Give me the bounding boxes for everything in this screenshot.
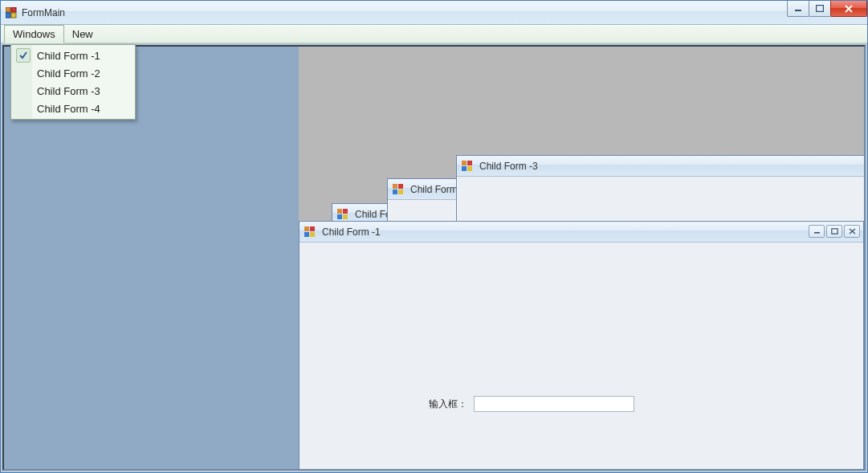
menu-new[interactable]: New xyxy=(64,25,101,43)
app-icon xyxy=(304,226,316,238)
dropdown-item-label: Child Form -1 xyxy=(37,50,100,62)
child-form-1-titlebar[interactable]: Child Form -1 xyxy=(300,222,863,243)
menu-windows-label: Windows xyxy=(13,28,55,40)
svg-rect-5 xyxy=(817,6,824,12)
window-title: FormMain xyxy=(22,7,65,18)
svg-rect-18 xyxy=(304,226,309,231)
svg-rect-17 xyxy=(467,166,472,171)
minimize-icon xyxy=(813,228,821,234)
svg-rect-4 xyxy=(795,10,801,11)
app-icon xyxy=(6,7,17,18)
menu-windows[interactable]: Windows xyxy=(4,25,64,43)
svg-rect-14 xyxy=(462,161,467,165)
svg-rect-10 xyxy=(393,184,397,189)
text-input[interactable] xyxy=(474,396,634,412)
svg-rect-20 xyxy=(304,232,309,237)
child-form-1-body: 输入框： xyxy=(300,243,862,469)
dropdown-item-label: Child Form -4 xyxy=(37,103,100,115)
svg-rect-11 xyxy=(398,184,403,189)
menubar: Windows New xyxy=(1,25,867,43)
close-button[interactable] xyxy=(830,1,867,17)
check-icon xyxy=(16,48,31,63)
check-icon xyxy=(16,84,31,98)
check-icon xyxy=(16,101,31,116)
child-form-2-title: Child Form xyxy=(410,184,458,195)
dropdown-item-childform1[interactable]: Child Form -1 xyxy=(13,47,133,64)
maximize-icon xyxy=(831,228,838,234)
svg-rect-12 xyxy=(393,190,397,194)
minimize-button[interactable] xyxy=(787,1,809,17)
app-icon xyxy=(462,161,473,172)
dropdown-item-label: Child Form -2 xyxy=(37,67,100,80)
window-controls xyxy=(788,1,867,17)
child-form-1-title: Child Form -1 xyxy=(322,226,381,238)
svg-rect-19 xyxy=(310,226,315,231)
dropdown-item-childform4[interactable]: Child Form -4 xyxy=(13,100,133,117)
svg-rect-8 xyxy=(337,214,342,219)
maximize-icon xyxy=(816,5,824,12)
svg-rect-23 xyxy=(831,229,837,234)
dropdown-item-childform2[interactable]: Child Form -2 xyxy=(13,64,133,82)
child-minimize-button[interactable] xyxy=(809,225,825,238)
child-form-1-controls xyxy=(809,225,860,238)
child-form-1[interactable]: Child Form -1 输入框： xyxy=(299,221,864,471)
menu-new-label: New xyxy=(72,28,93,40)
app-icon xyxy=(337,209,348,220)
minimize-icon xyxy=(794,6,802,12)
svg-rect-7 xyxy=(343,209,348,214)
input-row: 输入框： xyxy=(429,396,634,412)
check-icon xyxy=(16,66,31,80)
child-maximize-button[interactable] xyxy=(826,225,842,238)
dropdown-item-childform3[interactable]: Child Form -3 xyxy=(13,82,133,100)
dropdown-item-label: Child Form -3 xyxy=(37,85,100,97)
app-icon xyxy=(393,184,404,195)
svg-rect-2 xyxy=(6,13,10,18)
svg-rect-1 xyxy=(11,7,16,12)
svg-rect-3 xyxy=(11,13,16,18)
svg-rect-21 xyxy=(310,232,315,237)
svg-rect-16 xyxy=(462,166,467,171)
child-form-3-titlebar[interactable]: Child Form -3 xyxy=(457,156,866,177)
svg-rect-9 xyxy=(343,214,348,219)
main-titlebar[interactable]: FormMain xyxy=(1,1,867,25)
input-label: 输入框： xyxy=(429,398,467,411)
close-icon xyxy=(849,228,856,234)
close-icon xyxy=(844,5,854,13)
child-close-button[interactable] xyxy=(844,225,860,238)
windows-dropdown: Child Form -1 Child Form -2 Child Form -… xyxy=(10,44,136,120)
main-window: FormMain Windows New xyxy=(0,0,868,473)
maximize-button[interactable] xyxy=(809,1,831,17)
svg-rect-13 xyxy=(398,190,403,194)
child-form-3-title: Child Form -3 xyxy=(479,161,538,172)
svg-rect-22 xyxy=(814,232,820,234)
child-form-4-title: Child Fo xyxy=(355,209,391,220)
svg-rect-6 xyxy=(337,209,342,214)
svg-rect-0 xyxy=(6,7,10,12)
svg-rect-15 xyxy=(467,161,472,165)
